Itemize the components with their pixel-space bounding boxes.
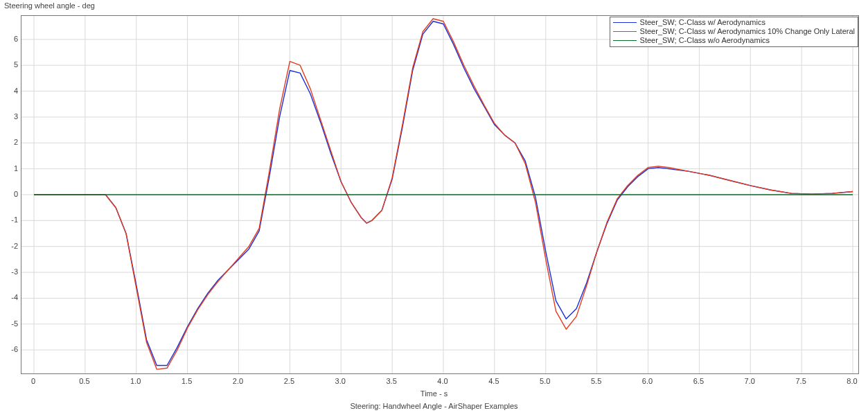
x-tick-label: 1.0 <box>130 377 141 385</box>
legend-label: Steer_SW; C-Class w/o Aerodynamics <box>640 36 770 45</box>
chart-container: Steering wheel angle - deg Steer_SW; C-C… <box>0 0 868 415</box>
x-tick-label: 4.5 <box>488 377 499 385</box>
y-tick-label: -5 <box>0 319 18 328</box>
legend-swatch <box>613 40 637 41</box>
x-tick-label: 6.0 <box>642 377 653 385</box>
y-tick-label: 3 <box>0 112 18 121</box>
y-tick-label: 4 <box>0 87 18 95</box>
x-tick-label: 6.5 <box>693 377 704 385</box>
y-tick-label: -2 <box>0 242 18 250</box>
x-tick-label: 0 <box>31 377 35 385</box>
x-axis-label: Time - s <box>0 389 868 398</box>
x-tick-label: 1.5 <box>181 377 192 385</box>
y-axis-label: Steering wheel angle - deg <box>4 1 95 10</box>
y-tick-label: 6 <box>0 35 18 43</box>
y-tick-label: 1 <box>0 164 18 173</box>
y-tick-label: 2 <box>0 138 18 146</box>
chart-subtitle: Steering: Handwheel Angle - AirShaper Ex… <box>0 402 868 410</box>
y-tick-label: -3 <box>0 267 18 276</box>
legend-label: Steer_SW; C-Class w/ Aerodynamics <box>640 18 765 27</box>
y-tick-label: 0 <box>0 190 18 198</box>
plot-svg <box>21 16 858 373</box>
legend: Steer_SW; C-Class w/ Aerodynamics Steer_… <box>610 17 858 47</box>
y-tick-label: 5 <box>0 60 18 69</box>
x-tick-label: 0.5 <box>79 377 89 385</box>
x-tick-label: 5.5 <box>591 377 601 385</box>
plot-area <box>21 15 859 374</box>
x-tick-label: 2.0 <box>233 377 243 385</box>
x-tick-label: 5.0 <box>540 377 550 385</box>
legend-item: Steer_SW; C-Class w/ Aerodynamics 10% Ch… <box>613 27 855 36</box>
y-tick-label: -6 <box>0 345 18 353</box>
y-tick-label: -1 <box>0 215 18 224</box>
legend-label: Steer_SW; C-Class w/ Aerodynamics 10% Ch… <box>640 27 855 36</box>
x-tick-label: 3.5 <box>386 377 396 385</box>
x-tick-label: 7.5 <box>795 377 806 385</box>
legend-swatch <box>613 31 637 32</box>
legend-item: Steer_SW; C-Class w/o Aerodynamics <box>613 36 855 45</box>
legend-item: Steer_SW; C-Class w/ Aerodynamics <box>613 18 855 27</box>
x-tick-label: 2.5 <box>284 377 294 385</box>
y-tick-label: -4 <box>0 293 18 301</box>
x-tick-label: 3.0 <box>335 377 346 385</box>
x-tick-label: 7.0 <box>745 377 755 385</box>
x-tick-label: 4.0 <box>437 377 448 385</box>
x-tick-label: 8.0 <box>847 377 857 385</box>
legend-swatch <box>613 22 637 23</box>
